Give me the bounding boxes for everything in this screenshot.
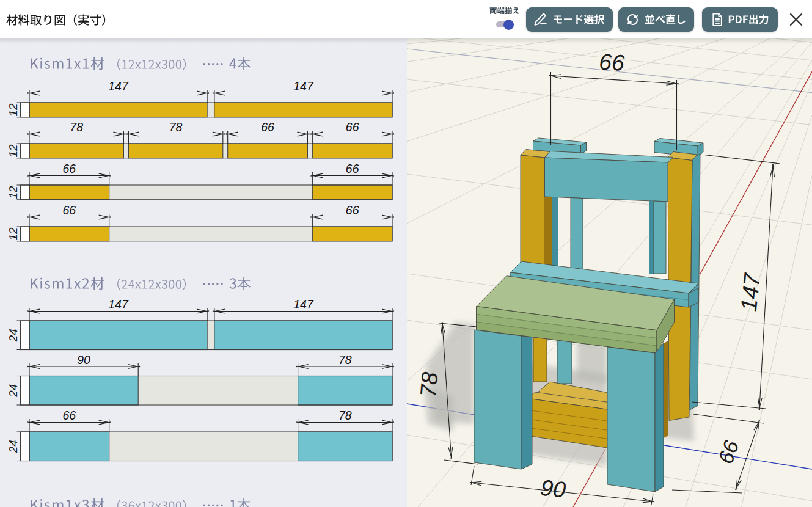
svg-text:90: 90 xyxy=(77,353,90,367)
svg-text:78: 78 xyxy=(169,120,183,134)
svg-text:66: 66 xyxy=(346,203,359,217)
svg-text:12: 12 xyxy=(7,144,20,158)
svg-text:12: 12 xyxy=(7,186,20,199)
svg-text:147: 147 xyxy=(108,79,129,93)
svg-text:66: 66 xyxy=(62,409,76,422)
svg-text:66: 66 xyxy=(714,437,743,467)
svg-text:78: 78 xyxy=(415,371,442,398)
svg-text:24: 24 xyxy=(7,440,20,453)
svg-text:147: 147 xyxy=(108,297,129,311)
svg-text:66: 66 xyxy=(62,162,76,175)
svg-text:147: 147 xyxy=(293,79,314,93)
svg-text:24: 24 xyxy=(7,329,20,342)
svg-text:66: 66 xyxy=(598,49,625,76)
svg-text:90: 90 xyxy=(540,475,568,503)
svg-text:24: 24 xyxy=(7,384,20,398)
svg-text:78: 78 xyxy=(338,353,352,367)
svg-text:66: 66 xyxy=(346,120,359,134)
svg-text:147: 147 xyxy=(736,271,765,312)
svg-text:66: 66 xyxy=(62,203,76,217)
svg-text:78: 78 xyxy=(70,120,83,134)
svg-text:12: 12 xyxy=(7,103,20,117)
svg-text:147: 147 xyxy=(293,297,314,311)
svg-text:78: 78 xyxy=(338,409,352,422)
svg-text:66: 66 xyxy=(346,162,359,175)
svg-text:66: 66 xyxy=(261,120,274,134)
svg-text:12: 12 xyxy=(7,227,20,241)
